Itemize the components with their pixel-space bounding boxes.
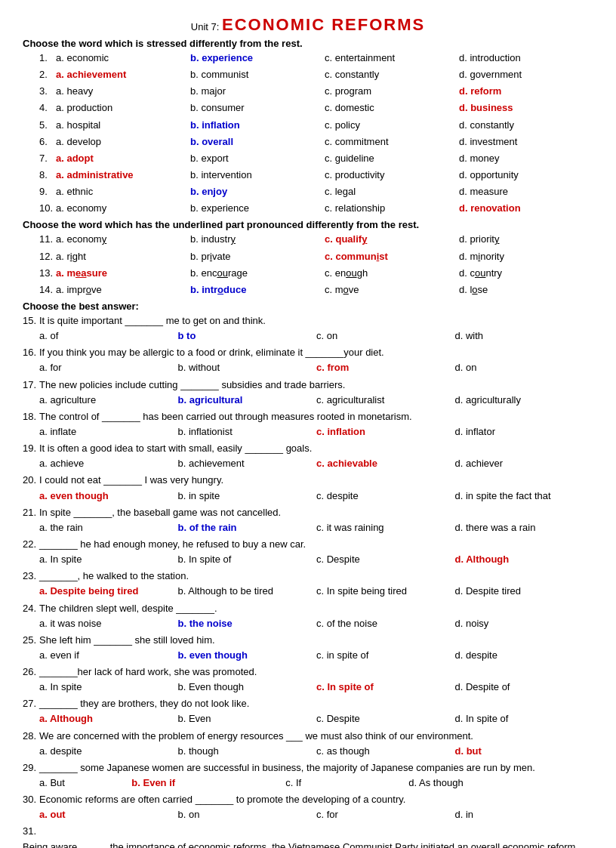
section-best-answer: Choose the best answer: 15. It is quite …: [23, 301, 593, 848]
section-stress: Choose the word which is stressed differ…: [23, 38, 593, 216]
question-13: 13. a. measure b. encourage c. enough d.…: [23, 266, 593, 281]
question-4: 4. a. production b. consumer c. domestic…: [23, 100, 593, 116]
question-22: 22. _______ he had enough money, he refu…: [23, 537, 593, 567]
question-31: 31. Being aware _____ the importance of …: [23, 824, 593, 848]
section-stress-header: Choose the word which is stressed differ…: [23, 38, 593, 49]
question-12: 12. a. right b. private c. communist d. …: [23, 249, 593, 264]
section-pronunciation: Choose the word which has the underlined…: [23, 219, 593, 298]
question-5: 5. a. hospital b. inflation c. policy d.…: [23, 118, 593, 133]
question-7: 7. a. adopt b. export c. guideline d. mo…: [23, 151, 593, 166]
question-8: 8. a. administrative b. intervention c. …: [23, 168, 593, 183]
section-best-answer-header: Choose the best answer:: [23, 301, 593, 312]
question-27: 27. _______ they are brothers, they do n…: [23, 696, 593, 726]
question-9: 9. a. ethnic b. enjoy c. legal d. measur…: [23, 184, 593, 199]
question-10: 10. a. economy b. experience c. relation…: [23, 201, 593, 216]
question-29: 29. _______ some Japanese women are succ…: [23, 760, 593, 791]
question-21: 21. In spite _______, the baseball game …: [23, 505, 593, 535]
question-30: 30. Economic reforms are often carried _…: [23, 792, 593, 822]
question-25: 25. She left him _______ she still loved…: [23, 633, 593, 663]
section-pronunciation-header: Choose the word which has the underlined…: [23, 219, 593, 230]
question-20: 20. I could not eat _______ I was very h…: [23, 473, 593, 503]
question-28: 28. We are concerned with the problem of…: [23, 729, 593, 759]
question-23: 23. _______, he walked to the station. a…: [23, 569, 593, 599]
question-14: 14. a. improve b. introduce c. move d. l…: [23, 282, 593, 298]
question-19: 19. It is often a good idea to start wit…: [23, 441, 593, 471]
question-16: 16. If you think you may be allergic to …: [23, 345, 593, 375]
page-title-area: Unit 7: ECONOMIC REFORMS: [23, 15, 593, 35]
question-18: 18. The control of _______ has been carr…: [23, 409, 593, 439]
question-17: 17. The new policies include cutting ___…: [23, 378, 593, 408]
question-2: 2. a. achievement b. communist c. consta…: [23, 67, 593, 82]
question-1: 1. a. economic b. experience c. entertai…: [23, 51, 593, 66]
question-11: 11. a. economy b. industry c. qualify d.…: [23, 232, 593, 247]
question-15: 15. It is quite important _______ me to …: [23, 313, 593, 344]
main-title: ECONOMIC REFORMS: [222, 15, 425, 34]
question-24: 24. The children slept well, despite ___…: [23, 601, 593, 631]
question-6: 6. a. develop b. overall c. commitment d…: [23, 134, 593, 150]
unit-label: Unit 7:: [191, 21, 220, 32]
question-26: 26. _______her lack of hard work, she wa…: [23, 665, 593, 695]
question-3: 3. a. heavy b. major c. program d. refor…: [23, 84, 593, 99]
